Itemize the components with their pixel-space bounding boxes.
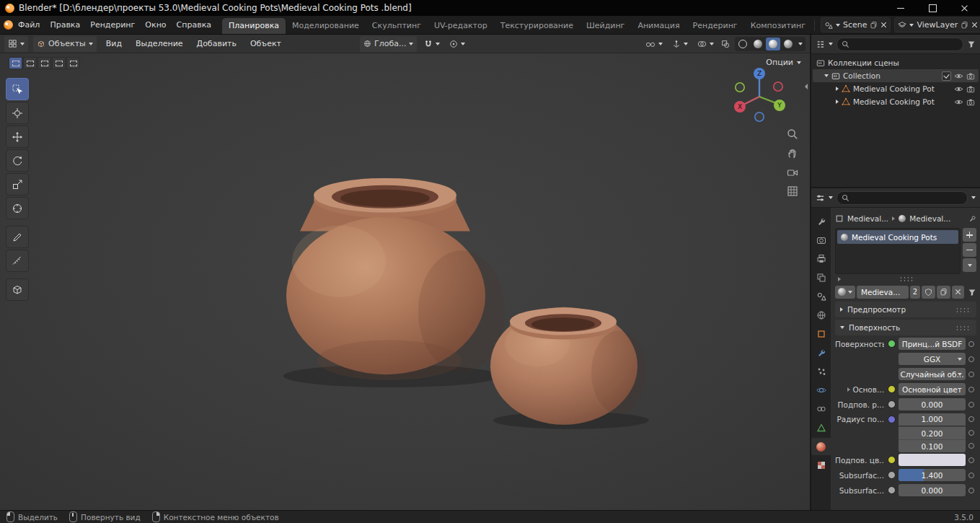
render-camera-icon[interactable] [966,98,975,106]
menu-render[interactable]: Рендеринг [85,18,140,32]
outliner-search-input[interactable] [836,38,963,51]
decorator-icon[interactable] [968,387,974,392]
chevron-down-icon[interactable] [461,43,465,45]
unlink-material-button[interactable] [952,286,964,299]
remove-slot-button[interactable] [963,243,976,257]
sss-method-dropdown[interactable]: Случайный об... [899,368,966,380]
select-mode-set[interactable] [9,57,22,69]
chevron-down-icon[interactable] [829,196,833,199]
shading-material-preview-button[interactable] [766,38,780,50]
render-camera-icon[interactable] [966,85,975,93]
decorator-icon[interactable] [968,356,974,362]
shading-solid-button[interactable] [751,38,765,50]
users-count-button[interactable]: 2 [910,286,920,299]
tab-rendering[interactable]: Рендеринг [687,18,744,34]
select-mode-invert[interactable] [52,57,66,69]
menu-file[interactable]: Файл [13,18,45,32]
shader-select-button[interactable]: Принц...й BSDF [899,338,966,350]
chevron-down-icon[interactable] [436,43,440,45]
tab-modifier-properties[interactable] [811,344,831,361]
menu-object[interactable]: Объект [246,38,286,50]
maximize-button[interactable] [917,0,948,16]
material-name-field[interactable]: Medieva... [857,286,909,299]
tool-move[interactable] [6,126,29,148]
chevron-down-icon[interactable] [971,196,976,199]
tool-scale[interactable] [6,173,29,195]
tab-physics-properties[interactable] [811,382,831,399]
tab-view-layer-properties[interactable] [811,269,831,286]
gizmos-dropdown[interactable] [670,38,690,50]
expand-icon[interactable] [836,100,839,104]
tab-object-data-properties[interactable] [811,419,831,436]
tab-uv-editing[interactable]: UV-редактор [428,18,494,34]
tab-modeling[interactable]: Моделирование [286,18,366,34]
chevron-right-icon[interactable] [838,277,841,281]
expand-icon[interactable] [824,74,829,77]
add-slot-button[interactable] [963,228,976,242]
decorator-icon[interactable] [968,488,974,493]
minimize-button[interactable] [885,0,917,16]
tab-output-properties[interactable] [811,250,831,268]
sss-ior-slider[interactable]: 1.400 [899,469,966,481]
editor-properties-icon[interactable] [816,193,825,203]
tool-select-box[interactable] [6,78,29,100]
menu-edit[interactable]: Правка [45,18,85,32]
menu-window[interactable]: Окно [140,18,171,32]
tool-transform[interactable] [6,197,29,219]
decorator-icon[interactable] [968,416,974,422]
close-button[interactable] [948,0,980,16]
object-row-2[interactable]: Medieval Cooking Pot [813,95,979,108]
expand-icon[interactable] [847,387,850,392]
collection-checkbox[interactable] [942,71,951,81]
hide-eye-icon[interactable] [954,98,963,106]
sss-color-swatch[interactable] [899,454,966,466]
filter-icon[interactable] [967,40,976,48]
scene-collection-row[interactable]: Коллекции сцены [813,56,979,69]
sss-radius-y-field[interactable]: 0.200 [899,426,966,439]
hide-eye-icon[interactable] [954,85,963,93]
tab-sculpting[interactable]: Скульптинг [366,18,428,34]
chevron-down-icon[interactable] [658,43,663,45]
scene-selector[interactable]: Scene [821,17,891,32]
decorator-icon[interactable] [968,430,974,436]
drag-grip-icon[interactable] [955,307,971,312]
select-mode-extend[interactable] [23,57,37,69]
gizmo-x-neg[interactable] [774,82,782,91]
view-layer-selector[interactable]: ViewLayer [894,17,980,32]
unlink-scene-icon[interactable] [880,22,887,28]
tab-layout[interactable]: Планировка [222,18,286,34]
preview-panel-header[interactable]: Предпросмотр [835,302,976,317]
mode-selector[interactable]: Объекты [33,36,97,52]
filter-icon[interactable] [968,288,976,296]
region-collapse-arrow[interactable] [805,82,808,92]
select-mode-subtract[interactable] [37,57,51,69]
breadcrumb-object[interactable]: Medieval... [847,214,888,223]
zoom-icon[interactable] [787,128,798,140]
surface-panel-header[interactable]: Поверхность [835,320,976,335]
decorator-icon[interactable] [968,341,974,347]
xray-toggle-icon[interactable] [721,40,730,48]
tab-constraint-properties[interactable] [811,400,831,418]
sss-weight-field[interactable]: 0.000 [899,398,966,410]
chevron-down-icon[interactable] [710,43,714,45]
shading-rendered-button[interactable] [781,38,795,50]
editor-type-button[interactable] [4,36,28,52]
fake-user-button[interactable] [922,286,935,299]
orthographic-grid-icon[interactable] [787,185,798,197]
tab-particle-properties[interactable] [811,363,831,380]
decorator-icon[interactable] [968,473,974,478]
proportional-editing-toggle[interactable] [447,38,467,50]
tab-animation[interactable]: Анимация [631,18,686,34]
tool-measure[interactable] [6,250,29,272]
decorator-icon[interactable] [968,372,974,377]
collection-row[interactable]: Collection [813,69,979,82]
tab-scene-properties[interactable] [811,288,831,305]
snap-toggle[interactable] [422,38,442,50]
remove-view-layer-icon[interactable] [971,22,978,28]
menu-view[interactable]: Вид [102,38,126,50]
tab-texture-properties[interactable] [811,457,831,474]
tab-shading[interactable]: Шейдинг [580,18,631,34]
sss-radius-z-field[interactable]: 0.100 [899,439,966,452]
decorator-icon[interactable] [968,457,974,463]
drag-grip-icon[interactable] [899,276,915,281]
